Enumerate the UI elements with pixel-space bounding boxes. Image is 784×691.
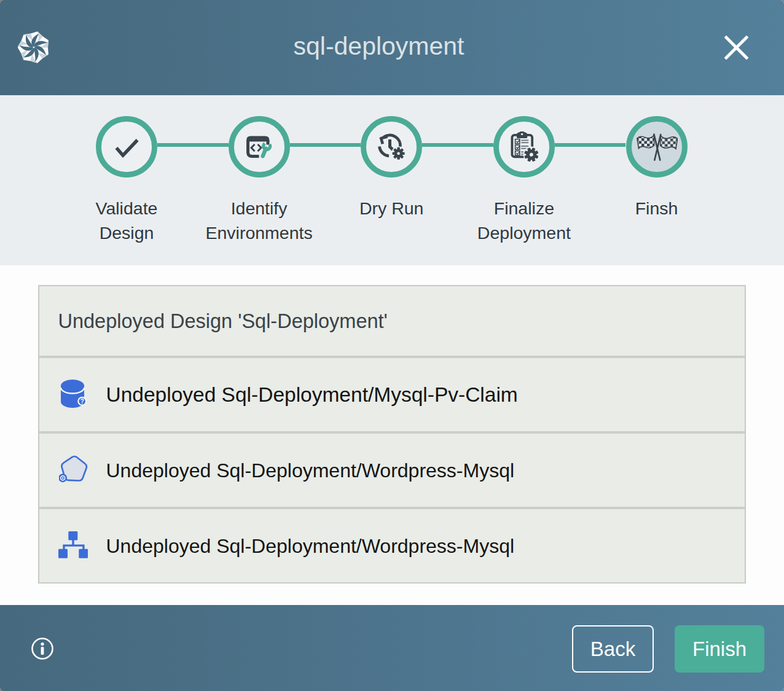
svg-text:?: ? [80, 398, 84, 405]
